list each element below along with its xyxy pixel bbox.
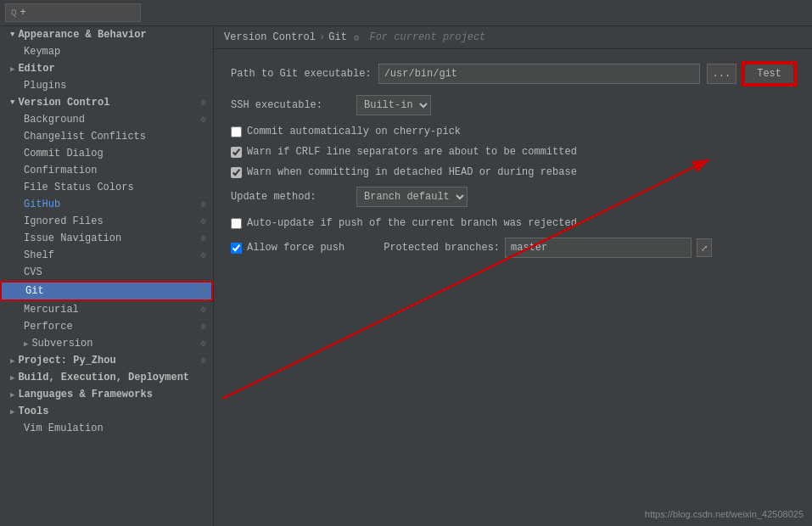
detached-head-checkbox[interactable] [231,167,242,178]
auto-update-row: Auto-update if push of the current branc… [231,217,795,229]
crlf-row: Warn if CRLF line separators are about t… [231,146,795,158]
update-method-dropdown[interactable]: Branch default Merge Rebase [356,187,468,207]
ssh-label: SSH executable: [231,99,350,111]
sidebar-item-build-exec[interactable]: ▶ Build, Execution, Deployment [0,369,213,386]
settings-icon: ⚙ [201,115,206,125]
sidebar-item-label: Changelist Conflicts [24,131,206,143]
sidebar-item-label: Appearance & Behavior [18,29,206,41]
sidebar-item-label: Project: Py_Zhou [18,355,198,367]
breadcrumb: Version Control › Git ⚙ For current proj… [214,26,812,49]
sidebar-item-appearance[interactable]: ▼ Appearance & Behavior [0,26,213,43]
sidebar-item-label: Tools [18,406,206,417]
ssh-dropdown[interactable]: Built-in Native [356,95,431,115]
force-push-row: Allow force push Protected branches: ⤢ [231,238,795,258]
sidebar-item-label: Ignored Files [24,215,198,227]
test-button[interactable]: Test [743,63,795,85]
sidebar-item-label: Git [25,285,196,297]
sidebar-item-label: Commit Dialog [24,148,206,159]
sidebar-item-label: Issue Navigation [24,232,198,244]
crlf-label: Warn if CRLF line separators are about t… [247,146,577,158]
settings-panel: Path to Git executable: ... Test SSH exe… [214,49,812,526]
path-to-git-label: Path to Git executable: [231,68,372,80]
update-method-row: Update method: Branch default Merge Reba… [231,187,795,207]
sidebar-item-keymap[interactable]: Keymap [0,43,213,60]
sidebar-item-cvs[interactable]: CVS [0,264,213,281]
sidebar-item-label: Perforce [24,321,198,333]
sidebar-item-languages[interactable]: ▶ Languages & Frameworks [0,386,213,403]
sidebar-item-background[interactable]: Background ⚙ [0,111,213,128]
detached-head-label: Warn when committing in detached HEAD or… [247,166,577,178]
sidebar-item-shelf[interactable]: Shelf ⚙ [0,247,213,264]
settings-icon-breadcrumb: ⚙ [354,32,360,43]
sidebar-item-file-status-colors[interactable]: File Status Colors [0,179,213,196]
cherry-pick-row: Commit automatically on cherry-pick [231,126,795,137]
protected-branches-label: Protected branches: [384,242,500,254]
force-push-checkbox[interactable] [231,243,242,254]
expand-icon: ▶ [10,373,14,383]
sidebar-item-subversion[interactable]: ▶ Subversion ⚙ [0,335,213,352]
expand-icon: ▶ [10,407,14,417]
content-area: Version Control › Git ⚙ For current proj… [214,26,812,526]
settings-icon: ⚙ [201,233,206,243]
sidebar-item-label: Shelf [24,249,198,261]
settings-icon: ⚙ [201,322,206,332]
sidebar-item-label: Editor [18,63,206,75]
sidebar-item-confirmation[interactable]: Confirmation [0,162,213,179]
sidebar-item-label: Build, Execution, Deployment [18,372,206,383]
settings-icon: ⚙ [201,305,206,315]
top-bar: Q + [0,0,812,26]
sidebar-item-vim-emulation[interactable]: Vim Emulation [0,420,213,437]
sidebar-item-label: CVS [24,266,206,278]
sidebar-item-label: Keymap [24,46,206,58]
expand-icon: ▼ [10,31,14,39]
breadcrumb-version-control: Version Control [224,31,316,43]
sidebar-item-commit-dialog[interactable]: Commit Dialog [0,145,213,162]
expand-icon: ▼ [10,98,14,107]
cherry-pick-checkbox[interactable] [231,126,242,137]
sidebar-item-label: Version Control [18,97,198,109]
browse-button[interactable]: ... [707,64,737,84]
auto-update-checkbox[interactable] [231,218,242,229]
settings-icon: ⚙ [201,355,206,366]
settings-icon: ⚙ [201,98,206,108]
main-layout: ▼ Appearance & Behavior Keymap ▶ Editor … [0,26,812,526]
sidebar-item-label: Vim Emulation [24,422,206,434]
sidebar-item-tools[interactable]: ▶ Tools [0,403,213,420]
sidebar-item-label: Languages & Frameworks [18,389,206,400]
sidebar-item-changelist-conflicts[interactable]: Changelist Conflicts [0,128,213,145]
protected-branches-input[interactable] [505,238,692,258]
settings-icon: ⚙ [201,250,206,260]
test-button-wrapper: Test [743,63,795,85]
sidebar-item-plugins[interactable]: Plugins [0,77,213,94]
sidebar: ▼ Appearance & Behavior Keymap ▶ Editor … [0,26,214,526]
breadcrumb-separator: › [319,31,325,43]
expand-icon: ▶ [10,356,14,366]
sidebar-item-label: Plugins [24,80,206,92]
search-icon: Q [11,8,17,18]
sidebar-item-project[interactable]: ▶ Project: Py_Zhou ⚙ [0,352,213,369]
watermark: https://blog.csdn.net/weixin_42508025 [645,509,804,519]
sidebar-item-github[interactable]: GitHub ⚙ [0,196,213,213]
settings-icon: ⚙ [201,339,206,349]
sidebar-item-git[interactable]: Git ⊡ [0,281,213,301]
sidebar-item-editor[interactable]: ▶ Editor [0,60,213,77]
ssh-executable-row: SSH executable: Built-in Native [231,95,795,115]
expand-protected-button[interactable]: ⤢ [697,238,712,257]
expand-icon: ▶ [10,64,14,74]
update-method-label: Update method: [231,191,350,203]
sidebar-item-issue-navigation[interactable]: Issue Navigation ⚙ [0,230,213,247]
expand-icon: ▶ [10,390,14,400]
sidebar-item-version-control[interactable]: ▼ Version Control ⚙ [0,94,213,111]
search-box[interactable]: Q + [5,3,141,22]
crlf-checkbox[interactable] [231,147,242,158]
expand-icon: ▶ [24,339,28,349]
sidebar-item-perforce[interactable]: Perforce ⚙ [0,318,213,335]
sidebar-item-ignored-files[interactable]: Ignored Files ⚙ [0,213,213,230]
for-current-label: For current project [369,31,485,43]
arrows-overlay [214,49,812,526]
sidebar-item-mercurial[interactable]: Mercurial ⚙ [0,301,213,318]
settings-icon: ⚙ [201,199,206,210]
path-to-git-input[interactable] [378,64,700,84]
sidebar-item-label: GitHub [24,199,198,210]
sidebar-item-label: Subversion [31,338,198,350]
